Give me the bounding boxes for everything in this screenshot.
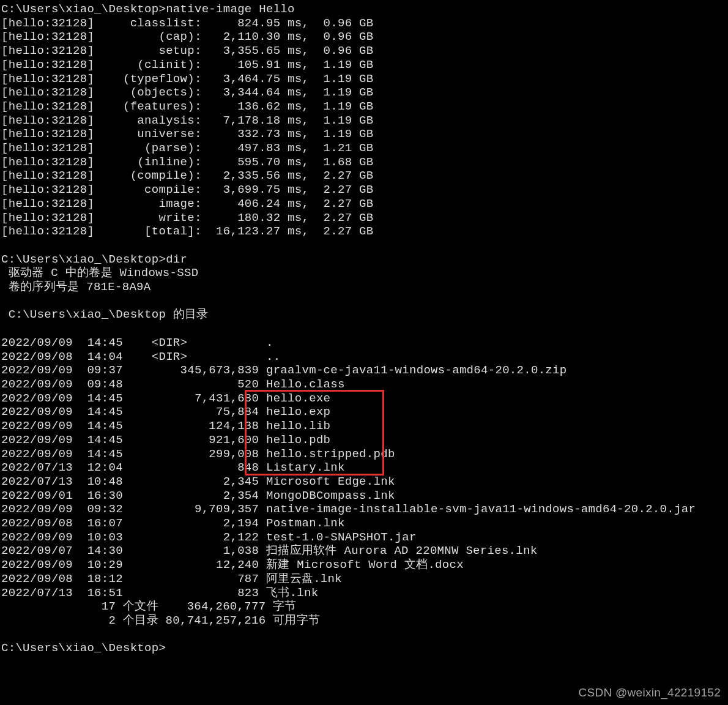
- highlight-box: [245, 390, 384, 476]
- terminal-output[interactable]: C:\Users\xiao_\Desktop>native-image Hell…: [0, 0, 728, 705]
- watermark-text: CSDN @weixin_42219152: [578, 686, 721, 700]
